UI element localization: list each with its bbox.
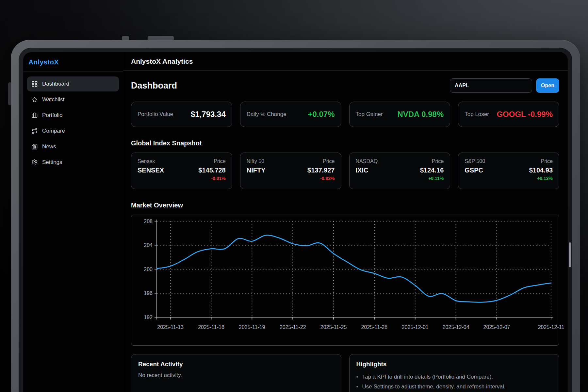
section-title-indices: Global Index Snapshot	[131, 139, 559, 147]
highlights-title: Highlights	[356, 361, 552, 368]
svg-text:2025-12-01: 2025-12-01	[402, 324, 429, 330]
app-screen: AnlystoX Dashboard Watchlist	[23, 52, 568, 392]
bullet-icon: •	[356, 382, 358, 392]
sidebar-item-label: Watchlist	[42, 96, 64, 103]
tablet-side-button	[569, 242, 571, 267]
market-chart-svg: 1921962002042082025-11-132025-11-162025-…	[131, 215, 559, 345]
kpi-label: Daily % Change	[247, 111, 286, 118]
highlights-item: • Use Settings to adjust theme, density,…	[356, 382, 552, 392]
kpi-card-top-gainer[interactable]: Top Gainer NVDA 0.98%	[349, 102, 450, 127]
index-symbol: SENSEX	[138, 167, 164, 174]
sidebar-nav: Dashboard Watchlist Portfolio	[23, 72, 123, 174]
index-price: $104.93	[529, 167, 553, 174]
main-area: AnlystoX Analytics Dashboard Open Portfo…	[123, 52, 568, 392]
symbol-controls: Open	[450, 78, 559, 93]
sidebar-item-settings[interactable]: Settings	[27, 155, 119, 170]
app-logo: AnlystoX	[28, 58, 59, 66]
index-price: $124.16	[420, 167, 444, 174]
highlights-item-text: Tap a KPI to drill into details (Portfol…	[362, 372, 493, 382]
page-content: Dashboard Open Portfolio Value $1,793.34	[123, 71, 568, 392]
kpi-label: Portfolio Value	[138, 111, 173, 118]
index-name: Nifty 50	[247, 158, 266, 164]
recent-activity-panel: Recent Activity No recent activity.	[131, 354, 341, 392]
star-icon	[31, 96, 38, 103]
sidebar: AnlystoX Dashboard Watchlist	[23, 52, 123, 392]
svg-text:2025-12-04: 2025-12-04	[443, 324, 469, 330]
svg-text:2025-11-28: 2025-11-28	[361, 324, 388, 330]
kpi-label: Top Gainer	[356, 111, 383, 118]
sidebar-item-compare[interactable]: Compare	[27, 123, 119, 139]
tablet-bezel: AnlystoX Dashboard Watchlist	[19, 48, 572, 392]
briefcase-icon	[31, 112, 38, 119]
svg-text:192: 192	[144, 315, 153, 320]
bullet-icon: •	[356, 372, 358, 382]
index-name: NASDAQ	[356, 158, 378, 164]
index-change: -0.82%	[307, 176, 335, 181]
price-label: Price	[307, 158, 335, 164]
grid-icon	[31, 81, 38, 87]
newspaper-icon	[31, 143, 38, 150]
highlights-panel: Highlights • Tap a KPI to drill into det…	[349, 354, 560, 392]
index-name: S&P 500	[465, 158, 485, 164]
svg-text:2025-11-22: 2025-11-22	[280, 324, 306, 330]
recent-activity-empty: No recent activity.	[138, 372, 334, 379]
sidebar-item-label: News	[42, 143, 56, 150]
index-change: +0.11%	[420, 176, 444, 181]
bottom-row: Recent Activity No recent activity. High…	[131, 354, 559, 392]
sidebar-item-label: Settings	[42, 159, 62, 166]
tablet-frame: AnlystoX Dashboard Watchlist	[11, 40, 580, 392]
svg-text:204: 204	[144, 242, 153, 248]
index-row: Sensex SENSEX Price $145.728 -0.01%	[131, 153, 559, 189]
kpi-value: $1,793.34	[191, 110, 226, 119]
sidebar-item-label: Compare	[42, 128, 65, 134]
market-overview-chart: 1921962002042082025-11-132025-11-162025-…	[131, 215, 559, 346]
highlights-list: • Tap a KPI to drill into details (Portf…	[356, 372, 552, 392]
price-label: Price	[529, 158, 553, 164]
index-symbol: NIFTY	[247, 167, 266, 174]
highlights-item: • Tap a KPI to drill into details (Portf…	[356, 372, 552, 382]
kpi-card-daily-change[interactable]: Daily % Change +0.07%	[240, 102, 341, 127]
sidebar-item-news[interactable]: News	[27, 139, 119, 154]
index-card-sensex[interactable]: Sensex SENSEX Price $145.728 -0.01%	[131, 153, 232, 189]
kpi-value: +0.07%	[308, 110, 335, 119]
price-label: Price	[198, 158, 225, 164]
index-card-sp500[interactable]: S&P 500 GSPC Price $104.93 +0.13%	[458, 153, 559, 189]
svg-text:2025-11-13: 2025-11-13	[157, 324, 184, 330]
index-symbol: GSPC	[465, 167, 485, 174]
index-change: +0.13%	[529, 176, 553, 181]
sidebar-item-dashboard[interactable]: Dashboard	[27, 76, 119, 91]
kpi-row: Portfolio Value $1,793.34 Daily % Change…	[131, 102, 559, 127]
svg-text:2025-11-25: 2025-11-25	[320, 324, 347, 330]
index-symbol: IXIC	[356, 167, 378, 174]
sidebar-item-portfolio[interactable]: Portfolio	[27, 108, 119, 123]
index-name: Sensex	[138, 158, 164, 164]
sidebar-item-watchlist[interactable]: Watchlist	[27, 92, 119, 107]
svg-text:2025-11-19: 2025-11-19	[239, 324, 265, 330]
sidebar-item-label: Portfolio	[42, 112, 62, 119]
index-card-nasdaq[interactable]: NASDAQ IXIC Price $124.16 +0.11%	[349, 153, 450, 189]
index-card-nifty[interactable]: Nifty 50 NIFTY Price $137.927 -0.82%	[240, 153, 341, 189]
svg-text:2025-11-16: 2025-11-16	[198, 324, 224, 330]
sidebar-logo-row: AnlystoX	[23, 52, 123, 72]
svg-text:208: 208	[144, 219, 153, 224]
index-price: $145.728	[198, 167, 225, 174]
highlights-item-text: Use Settings to adjust theme, density, a…	[362, 382, 505, 392]
kpi-card-portfolio-value[interactable]: Portfolio Value $1,793.34	[131, 102, 232, 127]
index-price: $137.927	[307, 167, 335, 174]
sidebar-item-label: Dashboard	[42, 81, 69, 87]
kpi-card-top-loser[interactable]: Top Loser GOOGL -0.99%	[458, 102, 559, 127]
section-title-market: Market Overview	[131, 202, 559, 209]
recent-activity-title: Recent Activity	[138, 361, 334, 368]
app-header: AnlystoX Analytics	[123, 52, 568, 71]
kpi-value: NVDA 0.98%	[397, 110, 444, 119]
index-change: -0.01%	[198, 176, 225, 181]
page-title: Dashboard	[131, 81, 177, 91]
symbol-input[interactable]	[450, 78, 532, 93]
open-button[interactable]: Open	[536, 78, 559, 93]
svg-text:2025-12-07: 2025-12-07	[483, 324, 510, 330]
route-icon	[31, 128, 38, 134]
kpi-label: Top Loser	[465, 111, 489, 118]
svg-text:2025-12-11: 2025-12-11	[538, 324, 564, 330]
svg-text:196: 196	[144, 290, 153, 296]
price-label: Price	[420, 158, 444, 164]
